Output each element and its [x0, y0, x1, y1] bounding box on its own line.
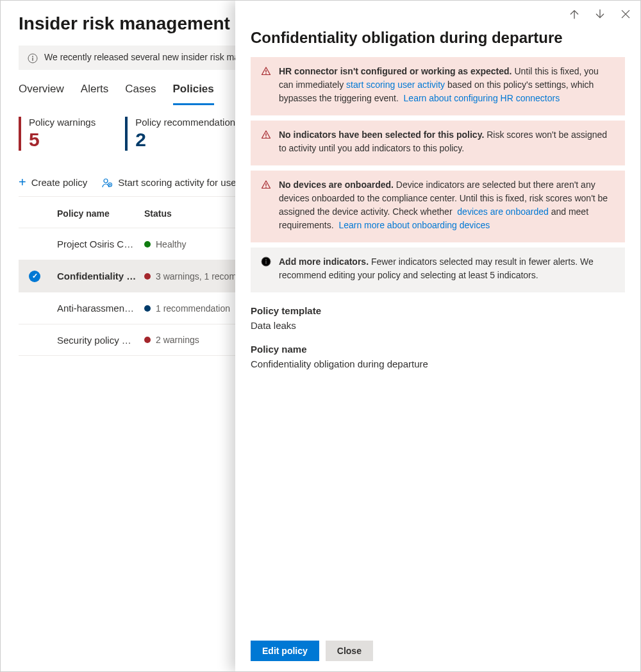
svg-point-12: [265, 259, 267, 260]
tab-alerts[interactable]: Alerts: [81, 79, 108, 105]
status-dot-icon: [144, 337, 151, 343]
status-dot-icon: [144, 241, 151, 248]
start-scoring-button[interactable]: Start scoring activity for users: [101, 177, 244, 189]
alert-no-indicators: No indicators have been selected for thi…: [251, 121, 625, 165]
create-policy-label: Create policy: [31, 177, 88, 188]
alert-hr-connector: HR connector isn't configured or working…: [251, 57, 625, 115]
close-icon[interactable]: [620, 8, 631, 20]
start-scoring-label: Start scoring activity for users: [118, 177, 244, 188]
policy-name-cell: Confidentiality …: [57, 271, 144, 281]
policy-name-value: Confidentiality obligation during depart…: [251, 358, 625, 369]
svg-point-10: [265, 187, 267, 188]
policy-recommendations-counter: Policy recommendations 2: [125, 117, 240, 151]
policy-template-value: Data leaks: [251, 320, 625, 331]
warning-icon: [261, 66, 271, 105]
info-icon: [28, 53, 38, 63]
user-activity-icon: [101, 177, 113, 189]
warning-icon: [261, 130, 271, 155]
policy-template-label: Policy template: [251, 305, 625, 316]
tab-policies[interactable]: Policies: [173, 79, 214, 105]
policy-warnings-counter: Policy warnings 5: [19, 117, 96, 151]
status-text: Healthy: [156, 239, 186, 249]
tab-cases[interactable]: Cases: [125, 79, 156, 105]
status-text: 1 recommendation: [156, 303, 230, 314]
svg-point-6: [265, 73, 267, 74]
counter-label: Policy recommendations: [135, 117, 240, 128]
counter-value: 2: [135, 129, 240, 151]
svg-rect-7: [265, 133, 266, 136]
arrow-up-icon[interactable]: [569, 8, 580, 20]
svg-rect-13: [265, 261, 266, 264]
close-button[interactable]: Close: [326, 641, 373, 661]
tab-overview[interactable]: Overview: [19, 79, 64, 105]
details-panel: Confidentiality obligation during depart…: [235, 1, 640, 671]
alert-bold: No devices are onboarded.: [279, 180, 394, 190]
alert-no-devices: No devices are onboarded. Device indicat…: [251, 171, 625, 242]
edit-policy-button[interactable]: Edit policy: [251, 641, 319, 661]
svg-rect-9: [265, 183, 266, 186]
status-dot-icon: [144, 305, 151, 312]
counter-value: 5: [29, 129, 96, 151]
policy-name-cell: Anti-harassmen…: [57, 303, 144, 314]
policy-name-cell: Security policy …: [57, 335, 144, 346]
alert-add-indicators: Add more indicators. Fewer indicators se…: [251, 248, 625, 292]
learn-hr-link[interactable]: Learn about configuring HR connectors: [404, 93, 560, 103]
learn-onboarding-link[interactable]: Learn more about onboarding devices: [338, 220, 490, 230]
alert-bold: No indicators have been selected for thi…: [279, 130, 484, 140]
info-icon: [261, 256, 271, 282]
policy-name-cell: Project Osiris C…: [57, 239, 144, 249]
arrow-down-icon[interactable]: [594, 8, 606, 20]
col-status[interactable]: Status: [144, 208, 172, 219]
devices-onboarded-link[interactable]: devices are onboarded: [457, 206, 548, 217]
status-dot-icon: [144, 273, 151, 280]
alert-bold: HR connector isn't configured or working…: [279, 66, 512, 76]
svg-point-8: [265, 137, 267, 138]
svg-point-3: [104, 179, 108, 183]
create-policy-button[interactable]: + Create policy: [19, 175, 87, 190]
selected-check-icon: [29, 271, 40, 282]
status-text: 2 warnings: [156, 335, 199, 345]
warning-icon: [261, 180, 271, 232]
start-scoring-link[interactable]: start scoring user activity: [346, 80, 445, 90]
counter-label: Policy warnings: [29, 117, 96, 128]
svg-rect-2: [32, 58, 33, 61]
policy-name-label: Policy name: [251, 344, 625, 355]
panel-title: Confidentiality obligation during depart…: [251, 29, 625, 47]
alert-bold: Add more indicators.: [279, 256, 369, 267]
plus-icon: +: [19, 175, 26, 190]
svg-point-1: [32, 56, 33, 57]
col-policy-name[interactable]: Policy name: [57, 208, 144, 219]
svg-rect-5: [265, 70, 266, 72]
